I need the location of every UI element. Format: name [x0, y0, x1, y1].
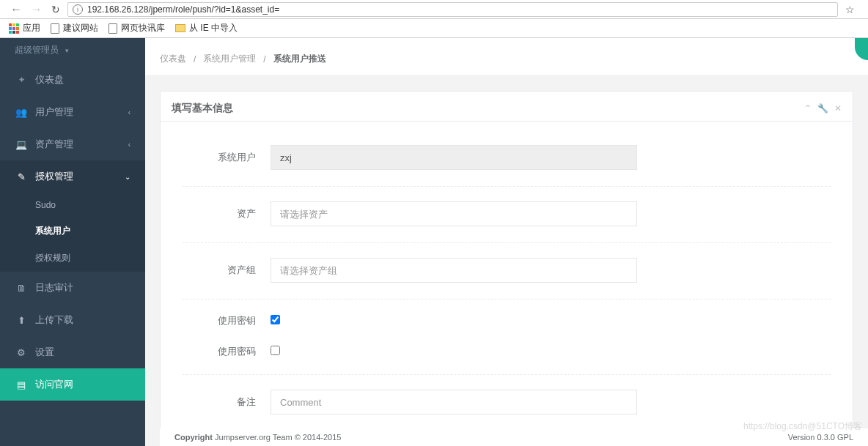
sidebar-user-label: 超级管理员	[15, 45, 59, 55]
label-asset: 资产	[183, 207, 271, 220]
form-row-usekey: 使用密钥	[183, 305, 831, 336]
edit-icon: ✎	[15, 171, 28, 182]
caret-down-icon: ▼	[64, 48, 70, 54]
sidebar-item-label: 资产管理	[35, 138, 73, 151]
breadcrumb-link[interactable]: 仪表盘	[160, 53, 186, 65]
url-bar[interactable]: i 192.168.26.128/jperm/role/push/?id=1&a…	[67, 2, 838, 17]
wrench-icon[interactable]: 🔧	[817, 103, 828, 114]
apps-label: 应用	[23, 22, 40, 34]
sidebar-item-label: 用户管理	[35, 105, 73, 119]
input-sysuser	[271, 145, 637, 170]
browser-toolbar: ← → ↻ i 192.168.26.128/jperm/role/push/?…	[0, 0, 868, 19]
dashboard-icon: ⌖	[15, 74, 28, 86]
sidebar-item-sudo[interactable]: Sudo	[0, 193, 145, 218]
breadcrumb-current: 系统用户推送	[273, 53, 326, 65]
reload-icon[interactable]: ↻	[47, 4, 67, 15]
file-icon: 🗎	[15, 283, 28, 294]
sidebar-item-dashboard[interactable]: ⌖ 仪表盘	[0, 64, 145, 96]
form-row-comment: 备注	[183, 381, 831, 423]
copyright: Copyright Jumpserver.org Team © 2014-201…	[174, 433, 341, 442]
page-icon	[51, 23, 59, 34]
bookmark-label: 网页快讯库	[121, 22, 165, 34]
bookmark-label: 从 IE 中导入	[189, 22, 238, 34]
collapse-icon[interactable]: ⌃	[804, 103, 812, 114]
main-content: 仪表盘 / 系统用户管理 / 系统用户推送 填写基本信息 ⌃ 🔧 ✕	[145, 38, 868, 446]
url-text: 192.168.26.128/jperm/role/push/?id=1&ass…	[87, 4, 279, 15]
sidebar-item-label: 设置	[35, 346, 54, 359]
page-header: 仪表盘 / 系统用户管理 / 系统用户推送	[145, 38, 868, 76]
forward-icon: →	[26, 3, 47, 16]
sidebar-item-label: Sudo	[35, 200, 56, 210]
sidebar-item-label: 访问官网	[35, 378, 73, 391]
upload-icon: ⬆	[15, 315, 28, 326]
bookmark-suggest[interactable]: 建议网站	[51, 22, 98, 34]
bookmark-quick[interactable]: 网页快讯库	[108, 22, 165, 34]
select-asset[interactable]	[271, 201, 637, 226]
sidebar-item-label: 授权管理	[35, 170, 73, 183]
sidebar-item-visit[interactable]: ▤ 访问官网	[0, 368, 145, 401]
breadcrumb-link[interactable]: 系统用户管理	[203, 53, 256, 65]
laptop-icon: 💻	[15, 139, 28, 150]
sidebar-item-label: 日志审计	[35, 281, 73, 294]
top-badge	[855, 38, 868, 60]
watermark: https://blog.csdn@51CTO博客	[743, 420, 862, 433]
label-sysuser: 系统用户	[183, 151, 271, 164]
bookmark-ie[interactable]: 从 IE 中导入	[175, 22, 238, 34]
close-icon[interactable]: ✕	[834, 103, 842, 114]
page-icon	[108, 23, 117, 34]
panel-title: 填写基本信息	[172, 102, 233, 115]
form-panel: 填写基本信息 ⌃ 🔧 ✕ 系统用户 资产	[160, 91, 853, 446]
version: Version 0.3.0 GPL	[788, 433, 853, 442]
sidebar-item-label: 授权规则	[35, 252, 70, 264]
sidebar-item-label: 仪表盘	[35, 73, 64, 86]
sidebar: 超级管理员 ▼ ⌖ 仪表盘 👥 用户管理 ‹ 💻 资产管理 ‹ ✎ 授权管理 ⌄…	[0, 38, 145, 446]
bookmark-label: 建议网站	[63, 22, 98, 34]
bookmarks-bar: 应用 建议网站 网页快讯库 从 IE 中导入	[0, 19, 868, 38]
breadcrumb: 仪表盘 / 系统用户管理 / 系统用户推送	[160, 53, 853, 65]
form-row-usepass: 使用密码	[183, 336, 831, 375]
users-icon: 👥	[15, 107, 28, 118]
folder-icon	[175, 24, 185, 32]
breadcrumb-sep: /	[263, 54, 265, 64]
sidebar-item-label: 系统用户	[35, 225, 70, 237]
book-icon: ▤	[15, 379, 28, 390]
input-comment[interactable]	[271, 390, 637, 415]
chevron-left-icon: ‹	[128, 108, 130, 116]
checkbox-usepass[interactable]	[271, 346, 280, 355]
sidebar-item-perm-mgmt[interactable]: ✎ 授权管理 ⌄	[0, 160, 145, 193]
form-row-asset-group: 资产组	[183, 249, 831, 300]
sidebar-item-asset-mgmt[interactable]: 💻 资产管理 ‹	[0, 128, 145, 160]
sidebar-item-upload[interactable]: ⬆ 上传下载	[0, 304, 145, 336]
label-comment: 备注	[183, 395, 271, 409]
sidebar-item-permrule[interactable]: 授权规则	[0, 245, 145, 272]
label-asset-group: 资产组	[183, 264, 271, 277]
panel-body: 系统用户 资产 资产组 使用密钥	[161, 122, 853, 446]
breadcrumb-sep: /	[194, 54, 196, 64]
label-usepass: 使用密码	[183, 345, 271, 358]
chevron-left-icon: ‹	[128, 141, 130, 149]
chevron-down-icon: ⌄	[125, 173, 130, 181]
panel-tools: ⌃ 🔧 ✕	[804, 103, 842, 114]
sidebar-submenu: Sudo 系统用户 授权规则	[0, 193, 145, 272]
panel-header: 填写基本信息 ⌃ 🔧 ✕	[161, 92, 853, 122]
form-row-asset: 资产	[183, 193, 831, 243]
sidebar-item-settings[interactable]: ⚙ 设置	[0, 336, 145, 368]
star-icon[interactable]: ☆	[838, 4, 862, 15]
sidebar-item-sysuser[interactable]: 系统用户	[0, 218, 145, 245]
sidebar-user-dropdown[interactable]: 超级管理员 ▼	[0, 38, 145, 64]
sidebar-item-user-mgmt[interactable]: 👥 用户管理 ‹	[0, 96, 145, 128]
select-asset-group[interactable]	[271, 258, 637, 283]
checkbox-usekey[interactable]	[271, 315, 280, 324]
info-icon[interactable]: i	[73, 4, 83, 15]
sidebar-item-log-audit[interactable]: 🗎 日志审计	[0, 272, 145, 304]
apps-button[interactable]: 应用	[9, 22, 40, 34]
apps-icon	[9, 23, 19, 34]
sidebar-item-label: 上传下载	[35, 313, 73, 327]
back-icon[interactable]: ←	[6, 3, 26, 16]
gear-icon: ⚙	[15, 347, 28, 358]
form-row-sysuser: 系统用户	[183, 136, 831, 187]
label-usekey: 使用密钥	[183, 314, 271, 327]
